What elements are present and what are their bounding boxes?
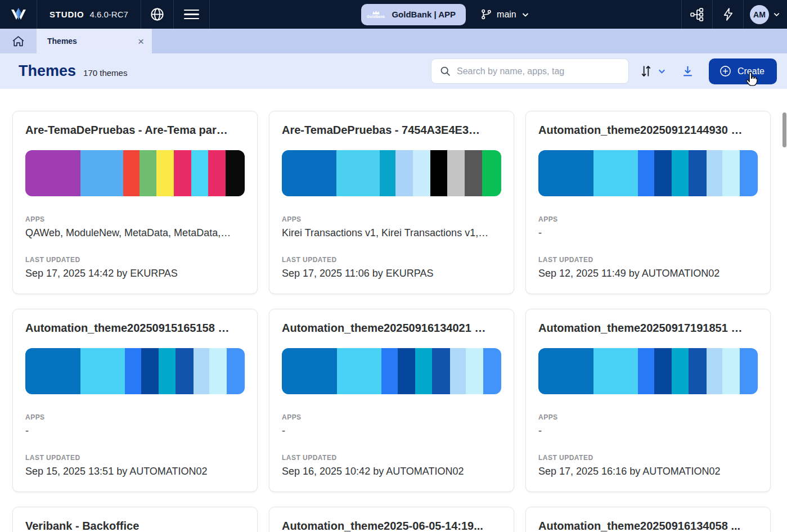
vertical-scrollbar[interactable] xyxy=(782,112,786,147)
theme-card[interactable]: Veribank - Backoffice xyxy=(12,507,258,532)
apps-label: APPS xyxy=(538,215,758,223)
palette-color xyxy=(174,150,191,196)
theme-card[interactable]: Automation_theme20250912144930 … APPS - … xyxy=(525,111,771,294)
theme-title: Are-TemaDePruebas - Are-Tema par… xyxy=(25,123,245,137)
palette-color xyxy=(465,150,482,196)
palette-color xyxy=(672,150,689,196)
palette-color xyxy=(159,348,176,394)
palette-color xyxy=(466,348,484,394)
user-chevron-down-icon xyxy=(772,10,781,19)
plus-circle-icon xyxy=(719,65,732,78)
theme-card[interactable]: Automation_theme2025-06-05-14:19... xyxy=(269,507,514,532)
last-updated-label: LAST UPDATED xyxy=(538,454,758,462)
apps-label: APPS xyxy=(25,215,245,223)
palette-color xyxy=(209,348,227,394)
brand-logo[interactable] xyxy=(0,0,37,29)
avatar: AM xyxy=(750,5,769,24)
theme-card[interactable]: Automation_theme20250916134021 … APPS - … xyxy=(269,309,514,492)
export-button[interactable] xyxy=(681,64,695,78)
palette-color xyxy=(141,348,159,394)
user-menu[interactable]: AM xyxy=(743,0,787,29)
page-title: Themes xyxy=(19,62,76,80)
theme-palette xyxy=(282,150,501,196)
goldbank-logo-icon: GoldBank xyxy=(367,10,385,19)
home-tab-button[interactable] xyxy=(0,29,37,53)
palette-color xyxy=(395,150,413,196)
veripark-logo-icon xyxy=(9,6,28,23)
theme-card[interactable]: Automation_theme20250915165158 … APPS - … xyxy=(12,309,258,492)
palette-color xyxy=(191,150,208,196)
palette-color xyxy=(482,150,501,196)
palette-color xyxy=(25,150,80,196)
last-updated-value: Sep 17, 2025 14:42 by EKURPAS xyxy=(25,268,245,279)
palette-color xyxy=(227,348,245,394)
main-menu-button[interactable] xyxy=(174,0,210,29)
palette-color xyxy=(654,150,672,196)
page-header: Themes 170 themes xyxy=(0,53,787,89)
palette-color xyxy=(194,348,209,394)
theme-palette xyxy=(282,348,501,394)
last-updated-value: Sep 16, 2025 10:42 by AUTOMATION02 xyxy=(282,466,501,477)
search-input[interactable] xyxy=(457,66,622,76)
palette-color xyxy=(337,348,382,394)
app-badge-label: GoldBank | APP xyxy=(392,10,456,19)
palette-color xyxy=(336,150,380,196)
palette-color xyxy=(689,150,707,196)
theme-card[interactable]: Are-TemaDePruebas - 7454A3E4E3… APPS Kir… xyxy=(269,111,514,294)
apps-value: Kirei Transactions v1, Kirei Transaction… xyxy=(282,227,501,239)
tab-themes[interactable]: Themes × xyxy=(37,29,152,53)
theme-title: Automation_theme2025-06-05-14:19... xyxy=(282,519,501,532)
theme-title: Automation_theme20250912144930 … xyxy=(538,123,758,137)
sitemap-icon xyxy=(690,7,704,22)
language-button[interactable] xyxy=(141,0,174,29)
palette-color xyxy=(638,348,654,394)
last-updated-value: Sep 12, 2025 11:49 by AUTOMATION02 xyxy=(538,268,758,279)
palette-color xyxy=(140,150,156,196)
palette-color xyxy=(123,150,140,196)
product-name: STUDIO 4.6.0-RC7 xyxy=(37,0,141,29)
palette-color xyxy=(450,348,466,394)
sort-button[interactable] xyxy=(640,64,667,78)
theme-card[interactable]: Are-TemaDePruebas - Are-Tema par… APPS Q… xyxy=(12,111,258,294)
content-area: Are-TemaDePruebas - Are-Tema par… APPS Q… xyxy=(0,89,787,532)
create-button[interactable]: Create xyxy=(709,58,777,84)
palette-color xyxy=(80,150,123,196)
tab-close-icon[interactable]: × xyxy=(138,36,144,47)
palette-color xyxy=(707,348,722,394)
theme-card[interactable]: Automation_theme20250916134058 ... xyxy=(525,507,771,532)
palette-color xyxy=(381,348,397,394)
apps-label: APPS xyxy=(538,413,758,421)
palette-color xyxy=(282,348,337,394)
apps-label: APPS xyxy=(25,413,245,421)
search-icon xyxy=(439,65,451,77)
apps-label: APPS xyxy=(282,215,501,223)
app-context-badge[interactable]: GoldBank GoldBank | APP xyxy=(361,4,466,25)
quick-actions-button[interactable] xyxy=(712,0,743,29)
theme-palette xyxy=(25,150,245,196)
palette-color xyxy=(722,150,740,196)
navbar-center: GoldBank GoldBank | APP main xyxy=(210,0,681,29)
theme-palette xyxy=(538,348,758,394)
apps-value: - xyxy=(25,425,245,437)
palette-color xyxy=(380,150,395,196)
theme-card[interactable]: Automation_theme20250917191851 … APPS - … xyxy=(525,309,771,492)
apps-value: - xyxy=(538,425,758,437)
palette-color xyxy=(740,348,758,394)
theme-palette xyxy=(25,348,245,394)
palette-color xyxy=(226,150,245,196)
palette-color xyxy=(25,348,80,394)
top-navbar: STUDIO 4.6.0-RC7 GoldBank GoldBank | APP xyxy=(0,0,787,29)
palette-color xyxy=(413,150,430,196)
globe-icon xyxy=(150,7,165,22)
theme-title: Automation_theme20250915165158 … xyxy=(25,321,245,335)
apps-label: APPS xyxy=(282,413,501,421)
palette-color xyxy=(398,348,416,394)
branch-selector[interactable]: main xyxy=(480,8,530,20)
hierarchy-button[interactable] xyxy=(681,0,712,29)
last-updated-value: Sep 17, 2025 11:06 by EKURPAS xyxy=(282,268,501,279)
palette-color xyxy=(176,348,194,394)
palette-color xyxy=(208,150,226,196)
palette-color xyxy=(707,150,722,196)
search-box[interactable] xyxy=(431,59,628,83)
palette-color xyxy=(125,348,141,394)
